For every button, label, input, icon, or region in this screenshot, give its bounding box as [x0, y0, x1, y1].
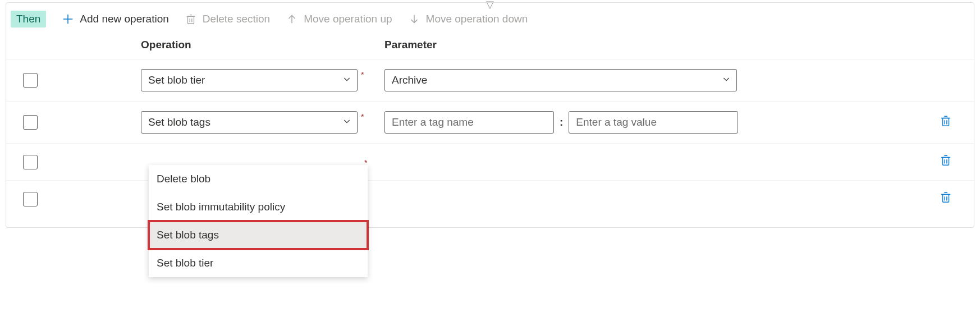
dropdown-option-set-blob-tier[interactable]: Set blob tier — [149, 249, 368, 277]
dropdown-option-label: Set blob tags — [157, 229, 219, 241]
header-operation: Operation — [141, 39, 377, 51]
chevron-down-icon — [342, 74, 351, 86]
delete-row-button[interactable] — [940, 114, 952, 131]
svg-rect-14 — [943, 158, 949, 166]
delete-row-button[interactable] — [940, 190, 952, 208]
dropdown-option-label: Set blob immutability policy — [157, 201, 285, 213]
move-up-label: Move operation up — [304, 13, 392, 25]
dropdown-option-set-immutability[interactable]: Set blob immutability policy — [149, 193, 368, 221]
dropdown-option-label: Delete blob — [157, 173, 210, 185]
required-marker: * — [361, 69, 364, 79]
operation-select-value: Set blob tier — [148, 74, 205, 86]
delete-section-button[interactable]: Delete section — [185, 13, 270, 25]
dropdown-option-label: Set blob tier — [157, 257, 213, 269]
parameter-select[interactable]: Archive — [384, 69, 737, 91]
delete-row-button[interactable] — [940, 153, 952, 171]
move-down-label: Move operation down — [426, 13, 528, 25]
plus-icon — [62, 13, 74, 25]
row-checkbox[interactable] — [23, 115, 38, 130]
row-checkbox[interactable] — [23, 192, 38, 206]
arrow-down-icon — [408, 13, 420, 25]
svg-rect-2 — [187, 16, 194, 24]
tag-separator: : — [560, 116, 563, 128]
required-marker: * — [361, 111, 364, 121]
add-operation-button[interactable]: Add new operation — [62, 13, 168, 25]
parameter-select-value: Archive — [392, 74, 427, 86]
operation-dropdown: Delete blob Set blob immutability policy… — [149, 165, 368, 277]
table-row: Set blob tags * : — [6, 102, 974, 144]
dropdown-option-set-blob-tags[interactable]: Set blob tags — [149, 221, 368, 249]
delete-section-label: Delete section — [203, 13, 270, 25]
tag-name-input[interactable] — [384, 111, 554, 134]
operation-select[interactable]: Set blob tier — [141, 69, 358, 91]
chevron-down-icon — [722, 74, 731, 86]
row-checkbox[interactable] — [23, 155, 38, 169]
tag-value-input[interactable] — [569, 111, 738, 134]
svg-rect-19 — [943, 195, 949, 203]
operations-panel: Then Add new operation Delete section Mo… — [6, 2, 974, 228]
trash-icon — [185, 13, 197, 25]
table-headers: Operation Parameter — [6, 39, 974, 59]
operation-select-value: Set blob tags — [148, 116, 210, 128]
table-row: Set blob tier * Archive — [6, 59, 974, 102]
header-parameter: Parameter — [377, 39, 918, 51]
then-badge: Then — [11, 11, 46, 27]
chevron-down-icon — [342, 116, 351, 128]
operations-toolbar: Then Add new operation Delete section Mo… — [6, 3, 974, 39]
dropdown-option-delete-blob[interactable]: Delete blob — [149, 165, 368, 193]
move-down-button[interactable]: Move operation down — [408, 13, 528, 25]
move-up-button[interactable]: Move operation up — [286, 13, 392, 25]
add-operation-label: Add new operation — [80, 13, 168, 25]
arrow-up-icon — [286, 13, 298, 25]
row-checkbox[interactable] — [23, 73, 38, 88]
operation-select[interactable]: Set blob tags — [141, 111, 358, 134]
svg-rect-9 — [943, 118, 949, 126]
